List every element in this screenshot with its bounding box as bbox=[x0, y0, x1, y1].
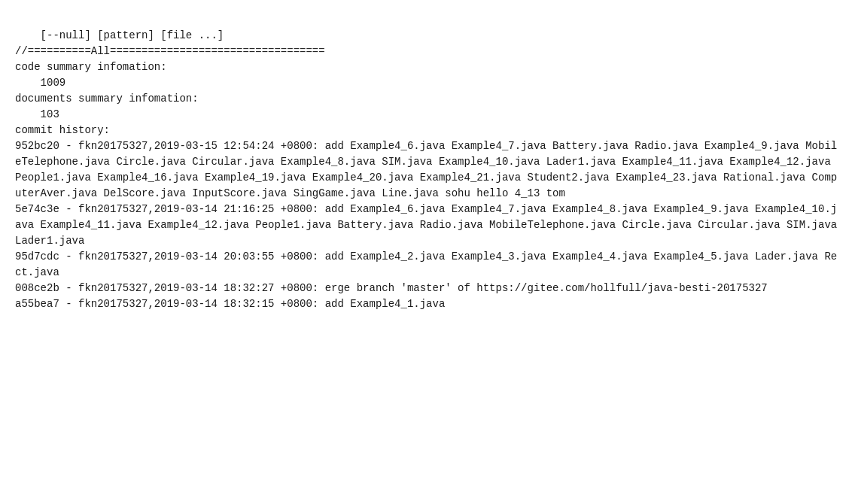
terminal-line: [--null] [pattern] [file ...] bbox=[15, 28, 840, 44]
terminal-line: 008ce2b - fkn20175327,2019-03-14 18:32:2… bbox=[15, 281, 840, 296]
terminal-line: commit history: bbox=[15, 123, 840, 138]
terminal-line: 95d7cdc - fkn20175327,2019-03-14 20:03:5… bbox=[15, 249, 840, 281]
terminal-line: 1009 bbox=[15, 75, 840, 91]
terminal-line: 103 bbox=[15, 107, 840, 123]
terminal-line: //==========All=========================… bbox=[15, 44, 840, 59]
terminal-line: code summary infomation: bbox=[15, 59, 840, 75]
terminal-line: 5e74c3e - fkn20175327,2019-03-14 21:16:2… bbox=[15, 202, 840, 249]
terminal-line: documents summary infomation: bbox=[15, 91, 840, 107]
terminal-output: [--null] [pattern] [file ...]//=========… bbox=[0, 0, 855, 504]
terminal-line: 952bc20 - fkn20175327,2019-03-15 12:54:2… bbox=[15, 138, 840, 202]
terminal-line: a55bea7 - fkn20175327,2019-03-14 18:32:1… bbox=[15, 296, 840, 312]
